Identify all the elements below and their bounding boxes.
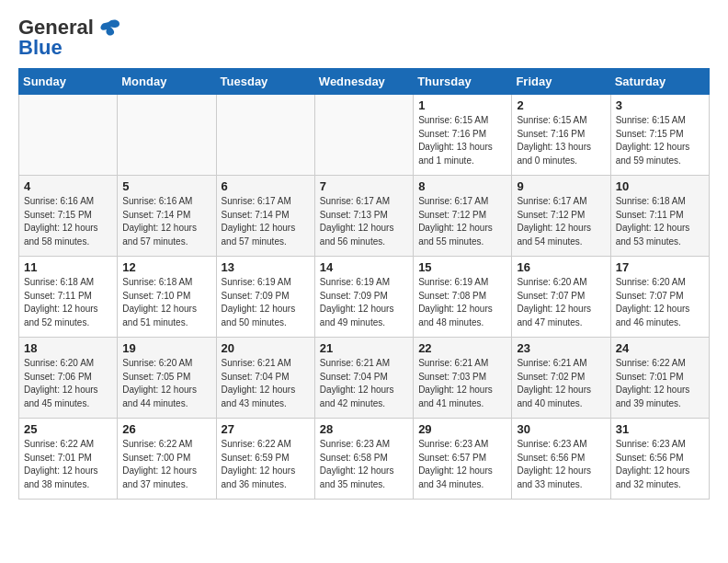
day-info: Sunrise: 6:19 AM Sunset: 7:08 PM Dayligh… <box>418 276 506 329</box>
day-info: Sunrise: 6:23 AM Sunset: 6:56 PM Dayligh… <box>517 438 605 491</box>
calendar-table: SundayMondayTuesdayWednesdayThursdayFrid… <box>18 68 710 500</box>
col-header-tuesday: Tuesday <box>216 69 314 95</box>
day-number: 11 <box>24 260 112 274</box>
calendar-cell: 7Sunrise: 6:17 AM Sunset: 7:13 PM Daylig… <box>314 176 413 257</box>
calendar-cell <box>118 95 216 176</box>
day-info: Sunrise: 6:21 AM Sunset: 7:04 PM Dayligh… <box>222 357 310 410</box>
day-info: Sunrise: 6:22 AM Sunset: 6:59 PM Dayligh… <box>222 438 310 491</box>
calendar-cell: 28Sunrise: 6:23 AM Sunset: 6:58 PM Dayli… <box>314 419 413 500</box>
calendar-cell: 20Sunrise: 6:21 AM Sunset: 7:04 PM Dayli… <box>216 338 314 419</box>
day-number: 29 <box>418 422 506 436</box>
day-info: Sunrise: 6:22 AM Sunset: 7:01 PM Dayligh… <box>24 438 112 491</box>
day-number: 8 <box>418 179 506 193</box>
day-number: 7 <box>320 179 408 193</box>
day-info: Sunrise: 6:18 AM Sunset: 7:11 PM Dayligh… <box>616 195 704 248</box>
logo: General Blue <box>18 15 121 59</box>
col-header-monday: Monday <box>118 69 216 95</box>
day-info: Sunrise: 6:19 AM Sunset: 7:09 PM Dayligh… <box>320 276 408 329</box>
page-header: General Blue <box>18 15 710 59</box>
calendar-cell: 26Sunrise: 6:22 AM Sunset: 7:00 PM Dayli… <box>118 419 216 500</box>
day-number: 21 <box>320 341 408 355</box>
day-info: Sunrise: 6:21 AM Sunset: 7:04 PM Dayligh… <box>320 357 408 410</box>
day-info: Sunrise: 6:15 AM Sunset: 7:16 PM Dayligh… <box>418 114 506 167</box>
day-info: Sunrise: 6:17 AM Sunset: 7:14 PM Dayligh… <box>222 195 310 248</box>
calendar-cell: 30Sunrise: 6:23 AM Sunset: 6:56 PM Dayli… <box>512 419 610 500</box>
day-number: 9 <box>517 179 605 193</box>
calendar-cell: 25Sunrise: 6:22 AM Sunset: 7:01 PM Dayli… <box>19 419 118 500</box>
calendar-cell: 23Sunrise: 6:21 AM Sunset: 7:02 PM Dayli… <box>512 338 610 419</box>
day-number: 13 <box>222 260 310 274</box>
day-info: Sunrise: 6:23 AM Sunset: 6:58 PM Dayligh… <box>320 438 408 491</box>
day-number: 19 <box>122 341 210 355</box>
day-info: Sunrise: 6:16 AM Sunset: 7:15 PM Dayligh… <box>24 195 112 248</box>
calendar-week-row: 1Sunrise: 6:15 AM Sunset: 7:16 PM Daylig… <box>19 95 710 176</box>
calendar-cell: 16Sunrise: 6:20 AM Sunset: 7:07 PM Dayli… <box>512 257 610 338</box>
calendar-cell: 27Sunrise: 6:22 AM Sunset: 6:59 PM Dayli… <box>216 419 314 500</box>
day-number: 4 <box>24 179 112 193</box>
calendar-cell: 3Sunrise: 6:15 AM Sunset: 7:15 PM Daylig… <box>610 95 709 176</box>
calendar-week-row: 4Sunrise: 6:16 AM Sunset: 7:15 PM Daylig… <box>19 176 710 257</box>
calendar-week-row: 11Sunrise: 6:18 AM Sunset: 7:11 PM Dayli… <box>19 257 710 338</box>
day-number: 20 <box>222 341 310 355</box>
calendar-cell: 29Sunrise: 6:23 AM Sunset: 6:57 PM Dayli… <box>414 419 512 500</box>
calendar-cell: 19Sunrise: 6:20 AM Sunset: 7:05 PM Dayli… <box>118 338 216 419</box>
logo-bird-icon <box>96 15 121 40</box>
calendar-cell: 10Sunrise: 6:18 AM Sunset: 7:11 PM Dayli… <box>610 176 709 257</box>
day-number: 31 <box>616 422 704 436</box>
day-number: 5 <box>122 179 210 193</box>
col-header-thursday: Thursday <box>414 69 512 95</box>
calendar-body: 1Sunrise: 6:15 AM Sunset: 7:16 PM Daylig… <box>19 95 710 500</box>
calendar-cell: 17Sunrise: 6:20 AM Sunset: 7:07 PM Dayli… <box>610 257 709 338</box>
calendar-cell: 12Sunrise: 6:18 AM Sunset: 7:10 PM Dayli… <box>118 257 216 338</box>
day-info: Sunrise: 6:18 AM Sunset: 7:11 PM Dayligh… <box>24 276 112 329</box>
day-info: Sunrise: 6:20 AM Sunset: 7:06 PM Dayligh… <box>24 357 112 410</box>
calendar-week-row: 18Sunrise: 6:20 AM Sunset: 7:06 PM Dayli… <box>19 338 710 419</box>
day-number: 25 <box>24 422 112 436</box>
day-info: Sunrise: 6:16 AM Sunset: 7:14 PM Dayligh… <box>122 195 210 248</box>
day-info: Sunrise: 6:20 AM Sunset: 7:05 PM Dayligh… <box>122 357 210 410</box>
calendar-header-row: SundayMondayTuesdayWednesdayThursdayFrid… <box>19 69 710 95</box>
col-header-wednesday: Wednesday <box>314 69 413 95</box>
calendar-cell: 4Sunrise: 6:16 AM Sunset: 7:15 PM Daylig… <box>19 176 118 257</box>
col-header-saturday: Saturday <box>610 69 709 95</box>
calendar-page: General Blue SundayMondayTuesdayWednesda… <box>0 0 728 509</box>
day-info: Sunrise: 6:23 AM Sunset: 6:56 PM Dayligh… <box>616 438 704 491</box>
day-number: 18 <box>24 341 112 355</box>
calendar-cell: 13Sunrise: 6:19 AM Sunset: 7:09 PM Dayli… <box>216 257 314 338</box>
calendar-cell <box>216 95 314 176</box>
day-number: 3 <box>616 98 704 112</box>
calendar-cell <box>314 95 413 176</box>
day-number: 22 <box>418 341 506 355</box>
day-info: Sunrise: 6:17 AM Sunset: 7:13 PM Dayligh… <box>320 195 408 248</box>
day-info: Sunrise: 6:17 AM Sunset: 7:12 PM Dayligh… <box>517 195 605 248</box>
day-info: Sunrise: 6:17 AM Sunset: 7:12 PM Dayligh… <box>418 195 506 248</box>
calendar-week-row: 25Sunrise: 6:22 AM Sunset: 7:01 PM Dayli… <box>19 419 710 500</box>
day-number: 12 <box>122 260 210 274</box>
day-number: 27 <box>222 422 310 436</box>
calendar-cell: 24Sunrise: 6:22 AM Sunset: 7:01 PM Dayli… <box>610 338 709 419</box>
day-number: 14 <box>320 260 408 274</box>
calendar-cell: 21Sunrise: 6:21 AM Sunset: 7:04 PM Dayli… <box>314 338 413 419</box>
day-number: 16 <box>517 260 605 274</box>
day-number: 15 <box>418 260 506 274</box>
calendar-cell: 15Sunrise: 6:19 AM Sunset: 7:08 PM Dayli… <box>414 257 512 338</box>
day-info: Sunrise: 6:22 AM Sunset: 7:00 PM Dayligh… <box>122 438 210 491</box>
day-info: Sunrise: 6:20 AM Sunset: 7:07 PM Dayligh… <box>616 276 704 329</box>
day-number: 1 <box>418 98 506 112</box>
calendar-cell: 8Sunrise: 6:17 AM Sunset: 7:12 PM Daylig… <box>414 176 512 257</box>
calendar-cell: 31Sunrise: 6:23 AM Sunset: 6:56 PM Dayli… <box>610 419 709 500</box>
day-number: 24 <box>616 341 704 355</box>
day-number: 2 <box>517 98 605 112</box>
day-info: Sunrise: 6:15 AM Sunset: 7:16 PM Dayligh… <box>517 114 605 167</box>
day-info: Sunrise: 6:22 AM Sunset: 7:01 PM Dayligh… <box>616 357 704 410</box>
day-info: Sunrise: 6:15 AM Sunset: 7:15 PM Dayligh… <box>616 114 704 167</box>
day-number: 23 <box>517 341 605 355</box>
day-info: Sunrise: 6:20 AM Sunset: 7:07 PM Dayligh… <box>517 276 605 329</box>
calendar-cell: 11Sunrise: 6:18 AM Sunset: 7:11 PM Dayli… <box>19 257 118 338</box>
day-info: Sunrise: 6:21 AM Sunset: 7:02 PM Dayligh… <box>517 357 605 410</box>
day-info: Sunrise: 6:21 AM Sunset: 7:03 PM Dayligh… <box>418 357 506 410</box>
day-number: 10 <box>616 179 704 193</box>
day-number: 26 <box>122 422 210 436</box>
day-number: 17 <box>616 260 704 274</box>
day-info: Sunrise: 6:23 AM Sunset: 6:57 PM Dayligh… <box>418 438 506 491</box>
